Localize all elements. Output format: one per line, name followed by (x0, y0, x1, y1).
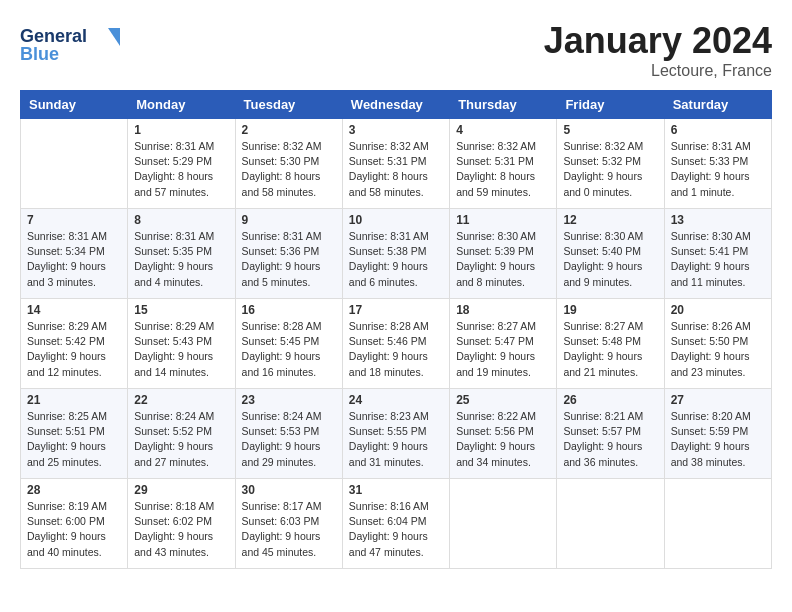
day-info: Sunrise: 8:31 AMSunset: 5:29 PMDaylight:… (134, 139, 228, 200)
calendar-cell: 28Sunrise: 8:19 AMSunset: 6:00 PMDayligh… (21, 479, 128, 569)
calendar-cell: 16Sunrise: 8:28 AMSunset: 5:45 PMDayligh… (235, 299, 342, 389)
calendar-cell: 24Sunrise: 8:23 AMSunset: 5:55 PMDayligh… (342, 389, 449, 479)
weekday-header-sunday: Sunday (21, 91, 128, 119)
calendar-table: SundayMondayTuesdayWednesdayThursdayFrid… (20, 90, 772, 569)
title-block: January 2024 Lectoure, France (544, 20, 772, 80)
day-info: Sunrise: 8:27 AMSunset: 5:47 PMDaylight:… (456, 319, 550, 380)
day-number: 11 (456, 213, 550, 227)
day-number: 30 (242, 483, 336, 497)
day-info: Sunrise: 8:30 AMSunset: 5:40 PMDaylight:… (563, 229, 657, 290)
day-info: Sunrise: 8:20 AMSunset: 5:59 PMDaylight:… (671, 409, 765, 470)
calendar-cell: 8Sunrise: 8:31 AMSunset: 5:35 PMDaylight… (128, 209, 235, 299)
calendar-cell: 26Sunrise: 8:21 AMSunset: 5:57 PMDayligh… (557, 389, 664, 479)
calendar-cell: 14Sunrise: 8:29 AMSunset: 5:42 PMDayligh… (21, 299, 128, 389)
day-info: Sunrise: 8:32 AMSunset: 5:32 PMDaylight:… (563, 139, 657, 200)
calendar-cell: 29Sunrise: 8:18 AMSunset: 6:02 PMDayligh… (128, 479, 235, 569)
day-info: Sunrise: 8:29 AMSunset: 5:43 PMDaylight:… (134, 319, 228, 380)
calendar-cell: 3Sunrise: 8:32 AMSunset: 5:31 PMDaylight… (342, 119, 449, 209)
day-info: Sunrise: 8:28 AMSunset: 5:45 PMDaylight:… (242, 319, 336, 380)
location: Lectoure, France (544, 62, 772, 80)
calendar-cell (664, 479, 771, 569)
day-info: Sunrise: 8:32 AMSunset: 5:31 PMDaylight:… (456, 139, 550, 200)
day-info: Sunrise: 8:32 AMSunset: 5:31 PMDaylight:… (349, 139, 443, 200)
day-number: 3 (349, 123, 443, 137)
day-info: Sunrise: 8:25 AMSunset: 5:51 PMDaylight:… (27, 409, 121, 470)
day-number: 27 (671, 393, 765, 407)
calendar-week-1: 1Sunrise: 8:31 AMSunset: 5:29 PMDaylight… (21, 119, 772, 209)
day-number: 10 (349, 213, 443, 227)
svg-text:General: General (20, 26, 87, 46)
calendar-cell: 13Sunrise: 8:30 AMSunset: 5:41 PMDayligh… (664, 209, 771, 299)
calendar-cell: 10Sunrise: 8:31 AMSunset: 5:38 PMDayligh… (342, 209, 449, 299)
day-number: 7 (27, 213, 121, 227)
calendar-cell: 30Sunrise: 8:17 AMSunset: 6:03 PMDayligh… (235, 479, 342, 569)
calendar-week-5: 28Sunrise: 8:19 AMSunset: 6:00 PMDayligh… (21, 479, 772, 569)
calendar-cell (450, 479, 557, 569)
calendar-cell: 5Sunrise: 8:32 AMSunset: 5:32 PMDaylight… (557, 119, 664, 209)
day-number: 2 (242, 123, 336, 137)
day-number: 28 (27, 483, 121, 497)
day-info: Sunrise: 8:23 AMSunset: 5:55 PMDaylight:… (349, 409, 443, 470)
day-info: Sunrise: 8:31 AMSunset: 5:33 PMDaylight:… (671, 139, 765, 200)
calendar-cell: 22Sunrise: 8:24 AMSunset: 5:52 PMDayligh… (128, 389, 235, 479)
calendar-cell: 19Sunrise: 8:27 AMSunset: 5:48 PMDayligh… (557, 299, 664, 389)
calendar-cell: 25Sunrise: 8:22 AMSunset: 5:56 PMDayligh… (450, 389, 557, 479)
day-info: Sunrise: 8:16 AMSunset: 6:04 PMDaylight:… (349, 499, 443, 560)
calendar-cell: 6Sunrise: 8:31 AMSunset: 5:33 PMDaylight… (664, 119, 771, 209)
day-number: 17 (349, 303, 443, 317)
page-header: General Blue January 2024 Lectoure, Fran… (20, 20, 772, 80)
day-number: 19 (563, 303, 657, 317)
day-info: Sunrise: 8:32 AMSunset: 5:30 PMDaylight:… (242, 139, 336, 200)
calendar-cell: 21Sunrise: 8:25 AMSunset: 5:51 PMDayligh… (21, 389, 128, 479)
svg-marker-1 (108, 28, 120, 46)
day-number: 5 (563, 123, 657, 137)
day-number: 16 (242, 303, 336, 317)
day-number: 15 (134, 303, 228, 317)
calendar-cell: 1Sunrise: 8:31 AMSunset: 5:29 PMDaylight… (128, 119, 235, 209)
day-info: Sunrise: 8:30 AMSunset: 5:41 PMDaylight:… (671, 229, 765, 290)
day-number: 22 (134, 393, 228, 407)
calendar-cell: 7Sunrise: 8:31 AMSunset: 5:34 PMDaylight… (21, 209, 128, 299)
day-number: 21 (27, 393, 121, 407)
calendar-cell: 23Sunrise: 8:24 AMSunset: 5:53 PMDayligh… (235, 389, 342, 479)
weekday-header-thursday: Thursday (450, 91, 557, 119)
day-number: 8 (134, 213, 228, 227)
month-title: January 2024 (544, 20, 772, 62)
day-info: Sunrise: 8:29 AMSunset: 5:42 PMDaylight:… (27, 319, 121, 380)
day-info: Sunrise: 8:31 AMSunset: 5:35 PMDaylight:… (134, 229, 228, 290)
calendar-cell: 17Sunrise: 8:28 AMSunset: 5:46 PMDayligh… (342, 299, 449, 389)
day-info: Sunrise: 8:24 AMSunset: 5:52 PMDaylight:… (134, 409, 228, 470)
weekday-header-saturday: Saturday (664, 91, 771, 119)
calendar-cell: 15Sunrise: 8:29 AMSunset: 5:43 PMDayligh… (128, 299, 235, 389)
logo: General Blue (20, 20, 130, 74)
day-number: 26 (563, 393, 657, 407)
weekday-header-row: SundayMondayTuesdayWednesdayThursdayFrid… (21, 91, 772, 119)
calendar-week-3: 14Sunrise: 8:29 AMSunset: 5:42 PMDayligh… (21, 299, 772, 389)
calendar-cell: 18Sunrise: 8:27 AMSunset: 5:47 PMDayligh… (450, 299, 557, 389)
day-number: 31 (349, 483, 443, 497)
day-number: 24 (349, 393, 443, 407)
weekday-header-wednesday: Wednesday (342, 91, 449, 119)
calendar-cell: 4Sunrise: 8:32 AMSunset: 5:31 PMDaylight… (450, 119, 557, 209)
weekday-header-friday: Friday (557, 91, 664, 119)
day-info: Sunrise: 8:19 AMSunset: 6:00 PMDaylight:… (27, 499, 121, 560)
day-number: 29 (134, 483, 228, 497)
calendar-cell: 9Sunrise: 8:31 AMSunset: 5:36 PMDaylight… (235, 209, 342, 299)
day-info: Sunrise: 8:22 AMSunset: 5:56 PMDaylight:… (456, 409, 550, 470)
day-info: Sunrise: 8:21 AMSunset: 5:57 PMDaylight:… (563, 409, 657, 470)
day-number: 20 (671, 303, 765, 317)
day-info: Sunrise: 8:30 AMSunset: 5:39 PMDaylight:… (456, 229, 550, 290)
calendar-cell: 12Sunrise: 8:30 AMSunset: 5:40 PMDayligh… (557, 209, 664, 299)
day-number: 4 (456, 123, 550, 137)
day-info: Sunrise: 8:31 AMSunset: 5:38 PMDaylight:… (349, 229, 443, 290)
day-info: Sunrise: 8:26 AMSunset: 5:50 PMDaylight:… (671, 319, 765, 380)
day-number: 13 (671, 213, 765, 227)
day-number: 9 (242, 213, 336, 227)
day-info: Sunrise: 8:18 AMSunset: 6:02 PMDaylight:… (134, 499, 228, 560)
calendar-cell: 20Sunrise: 8:26 AMSunset: 5:50 PMDayligh… (664, 299, 771, 389)
day-info: Sunrise: 8:31 AMSunset: 5:34 PMDaylight:… (27, 229, 121, 290)
calendar-cell: 31Sunrise: 8:16 AMSunset: 6:04 PMDayligh… (342, 479, 449, 569)
day-number: 14 (27, 303, 121, 317)
day-number: 23 (242, 393, 336, 407)
day-number: 1 (134, 123, 228, 137)
